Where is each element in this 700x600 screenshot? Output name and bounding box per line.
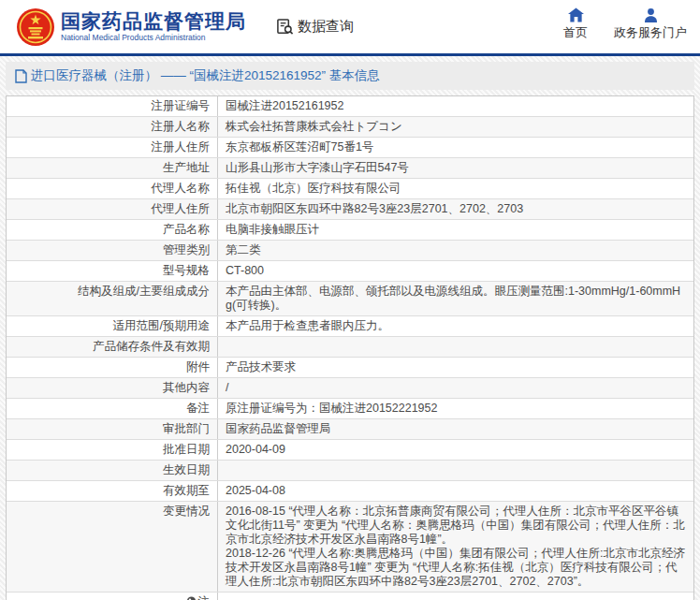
table-row: 注册证编号 国械注进20152161952 <box>7 96 693 116</box>
table-row: 生产地址 山形县山形市大字漆山字石田547号 <box>7 157 693 178</box>
row-value: 2025-04-08 <box>218 481 693 501</box>
data-query-label: 数据查询 <box>298 18 354 36</box>
row-value: 东京都板桥区莲沼町75番1号 <box>218 138 693 157</box>
document-icon <box>15 69 27 83</box>
row-label: 结构及组成/主要组成成分 <box>7 282 218 315</box>
table-row: 批准日期 2020-04-09 <box>7 439 693 460</box>
user-icon <box>643 7 659 22</box>
table-row: 附件 产品技术要求 <box>7 357 693 377</box>
nav-gov-portal-label: 政务服务门户 <box>614 24 687 41</box>
row-value: 国械注进20152161952 <box>218 96 693 116</box>
row-label: 附件 <box>7 358 218 377</box>
row-label: 注 <box>7 593 218 600</box>
table-row: 审批部门 国家药品监督管理局 <box>7 418 693 439</box>
row-value: CT-800 <box>218 261 693 281</box>
row-label: 注册人住所 <box>7 138 218 157</box>
page-title: 进口医疗器械（注册） —— “国械注进20152161952” 基本信息 <box>31 67 380 84</box>
row-value: 拓佳视（北京）医疗科技有限公司 <box>218 179 693 198</box>
table-row: 型号规格 CT-800 <box>7 260 693 281</box>
org-name-en: National Medical Products Administration <box>61 33 246 43</box>
national-emblem-icon <box>17 8 54 46</box>
nav-home[interactable]: 首页 <box>563 7 588 41</box>
row-label: 代理人名称 <box>7 179 218 198</box>
document-search-icon <box>276 18 294 36</box>
home-icon <box>568 7 584 22</box>
table-row: 变更情况 2016-08-15 “代理人名称：北京拓普康商贸有限公司；代理人住所… <box>7 501 693 592</box>
nav-home-label: 首页 <box>563 24 588 41</box>
row-label: 生产地址 <box>7 158 218 178</box>
row-value: 产品技术要求 <box>218 358 693 377</box>
note-icon <box>186 596 197 600</box>
row-label: 批准日期 <box>7 440 218 460</box>
row-label: 型号规格 <box>7 261 218 281</box>
row-value: 本产品用于检查患者眼内压力。 <box>218 316 693 336</box>
table-row: 适用范围/预期用途 本产品用于检查患者眼内压力。 <box>7 315 693 336</box>
nmpa-logo: 国家药品监督管理局 National Medical Products Admi… <box>17 8 246 46</box>
header-nav: 首页 政务服务门户 <box>537 7 687 41</box>
row-label: 管理类别 <box>7 241 218 260</box>
page-content: 进口医疗器械（注册） —— “国械注进20152161952” 基本信息 注册证… <box>0 56 700 600</box>
row-value <box>218 461 693 480</box>
row-label: 变更情况 <box>7 502 218 592</box>
row-label: 产品名称 <box>7 220 218 240</box>
page-header: 国家药品监督管理局 National Medical Products Admi… <box>0 0 700 53</box>
row-value: 原注册证编号为：国械注进20152221952 <box>218 399 693 418</box>
table-row-note: 注 详情 <box>7 592 693 600</box>
table-row: 有效期至 2025-04-08 <box>7 480 693 501</box>
row-value: 详情 <box>218 593 693 600</box>
row-label: 其他内容 <box>7 378 218 398</box>
table-row: 注册人住所 东京都板桥区莲沼町75番1号 <box>7 137 693 157</box>
row-label: 审批部门 <box>7 419 218 439</box>
table-row: 产品名称 电脑非接触眼压计 <box>7 219 693 240</box>
table-row: 生效日期 <box>7 460 693 480</box>
row-value: 本产品由主体部、电源部、颌托部以及电源线组成。眼压测量范围:1-30mmHg/1… <box>218 282 693 315</box>
row-label: 注册人名称 <box>7 117 218 137</box>
row-value: 第二类 <box>218 241 693 260</box>
nav-gov-portal[interactable]: 政务服务门户 <box>614 7 687 41</box>
table-row: 结构及组成/主要组成成分 本产品由主体部、电源部、颌托部以及电源线组成。眼压测量… <box>7 281 693 315</box>
row-value <box>218 337 693 357</box>
row-label: 备注 <box>7 399 218 418</box>
data-query-button[interactable]: 数据查询 <box>276 18 354 36</box>
row-label: 注册证编号 <box>7 96 218 116</box>
row-value: 2016-08-15 “代理人名称：北京拓普康商贸有限公司；代理人住所：北京市平… <box>218 502 693 592</box>
row-label: 生效日期 <box>7 461 218 480</box>
row-value: 2020-04-09 <box>218 440 693 460</box>
row-label: 产品储存条件及有效期 <box>7 337 218 357</box>
row-value: / <box>218 378 693 398</box>
row-label: 代理人住所 <box>7 199 218 219</box>
table-row: 管理类别 第二类 <box>7 240 693 260</box>
row-value: 山形县山形市大字漆山字石田547号 <box>218 158 693 178</box>
row-value: 北京市朝阳区东四环中路82号3座23层2701、2702、2703 <box>218 199 693 219</box>
table-row: 代理人名称 拓佳视（北京）医疗科技有限公司 <box>7 178 693 198</box>
row-value: 电脑非接触眼压计 <box>218 220 693 240</box>
table-row: 代理人住所 北京市朝阳区东四环中路82号3座23层2701、2702、2703 <box>7 198 693 219</box>
row-label: 有效期至 <box>7 481 218 501</box>
row-label: 适用范围/预期用途 <box>7 316 218 336</box>
org-name-cn: 国家药品监督管理局 <box>61 10 246 33</box>
table-row: 注册人名称 株式会社拓普康株式会社トプコン <box>7 116 693 137</box>
table-row: 产品储存条件及有效期 <box>7 336 693 357</box>
table-row: 其他内容 / <box>7 377 693 398</box>
row-value: 国家药品监督管理局 <box>218 419 693 439</box>
registration-info-table: 注册证编号 国械注进20152161952 注册人名称 株式会社拓普康株式会社ト… <box>6 95 694 600</box>
row-value: 株式会社拓普康株式会社トプコン <box>218 117 693 137</box>
table-row: 备注 原注册证编号为：国械注进20152221952 <box>7 398 693 418</box>
breadcrumb: 进口医疗器械（注册） —— “国械注进20152161952” 基本信息 <box>6 62 694 90</box>
